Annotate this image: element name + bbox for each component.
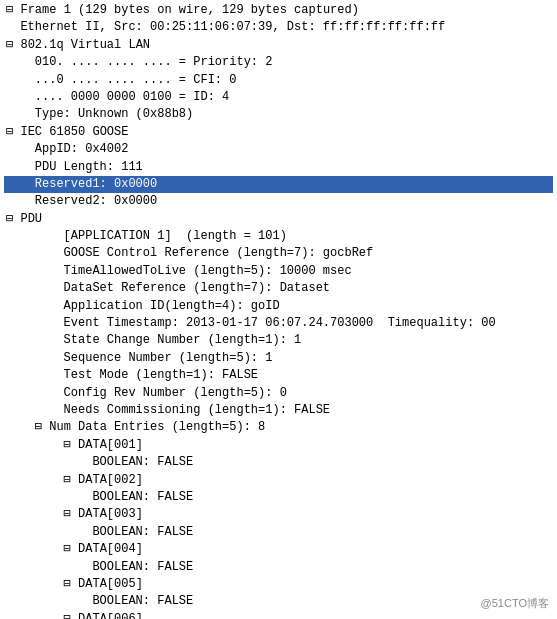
tree-row-sqnum[interactable]: Sequence Number (length=5): 1 — [4, 350, 553, 367]
tree-row-pdu[interactable]: ⊟ PDU — [4, 211, 553, 228]
tree-row-tatl[interactable]: TimeAllowedToLive (length=5): 10000 msec — [4, 263, 553, 280]
tree-row-goose[interactable]: ⊟ IEC 61850 GOOSE — [4, 124, 553, 141]
tree-row-dsref[interactable]: DataSet Reference (length=7): Dataset — [4, 280, 553, 297]
tree-row-ethernet[interactable]: Ethernet II, Src: 00:25:11:06:07:39, Dst… — [4, 19, 553, 36]
tree-row-data004[interactable]: ⊟ DATA[004] — [4, 541, 553, 558]
tree-row-data001-val[interactable]: BOOLEAN: FALSE — [4, 454, 553, 471]
tree-row-data001[interactable]: ⊟ DATA[001] — [4, 437, 553, 454]
tree-row-vlan-priority[interactable]: 010. .... .... .... = Priority: 2 — [4, 54, 553, 71]
tree-row-reserved1[interactable]: Reserved1: 0x0000 — [4, 176, 553, 193]
tree-row-testmode[interactable]: Test Mode (length=1): FALSE — [4, 367, 553, 384]
tree-row-vlan-type[interactable]: Type: Unknown (0x88b8) — [4, 106, 553, 123]
tree-row-data002[interactable]: ⊟ DATA[002] — [4, 472, 553, 489]
tree-row-vlan-cfi[interactable]: ...0 .... .... .... = CFI: 0 — [4, 72, 553, 89]
tree-row-data006[interactable]: ⊟ DATA[006] — [4, 611, 553, 619]
tree-row-timestamp[interactable]: Event Timestamp: 2013-01-17 06:07.24.703… — [4, 315, 553, 332]
tree-row-data004-val[interactable]: BOOLEAN: FALSE — [4, 559, 553, 576]
tree-row-stnum[interactable]: State Change Number (length=1): 1 — [4, 332, 553, 349]
packet-tree: ⊟ Frame 1 (129 bytes on wire, 129 bytes … — [0, 0, 557, 619]
tree-row-data003-val[interactable]: BOOLEAN: FALSE — [4, 524, 553, 541]
tree-row-data005[interactable]: ⊟ DATA[005] — [4, 576, 553, 593]
watermark: @51CTO博客 — [481, 596, 549, 611]
tree-row-reserved2[interactable]: Reserved2: 0x0000 — [4, 193, 553, 210]
tree-row-pdu-length[interactable]: PDU Length: 111 — [4, 159, 553, 176]
tree-row-appid[interactable]: AppID: 0x4002 — [4, 141, 553, 158]
tree-row-gcref[interactable]: GOOSE Control Reference (length=7): gocb… — [4, 245, 553, 262]
tree-row-data005-val[interactable]: BOOLEAN: FALSE — [4, 593, 553, 610]
tree-row-confrev[interactable]: Config Rev Number (length=5): 0 — [4, 385, 553, 402]
tree-row-app1[interactable]: [APPLICATION 1] (length = 101) — [4, 228, 553, 245]
tree-row-frame[interactable]: ⊟ Frame 1 (129 bytes on wire, 129 bytes … — [4, 2, 553, 19]
tree-row-numdata[interactable]: ⊟ Num Data Entries (length=5): 8 — [4, 419, 553, 436]
tree-row-ndscom[interactable]: Needs Commissioning (length=1): FALSE — [4, 402, 553, 419]
tree-row-vlan[interactable]: ⊟ 802.1q Virtual LAN — [4, 37, 553, 54]
tree-row-appid2[interactable]: Application ID(length=4): goID — [4, 298, 553, 315]
tree-row-vlan-id[interactable]: .... 0000 0000 0100 = ID: 4 — [4, 89, 553, 106]
tree-row-data003[interactable]: ⊟ DATA[003] — [4, 506, 553, 523]
tree-row-data002-val[interactable]: BOOLEAN: FALSE — [4, 489, 553, 506]
